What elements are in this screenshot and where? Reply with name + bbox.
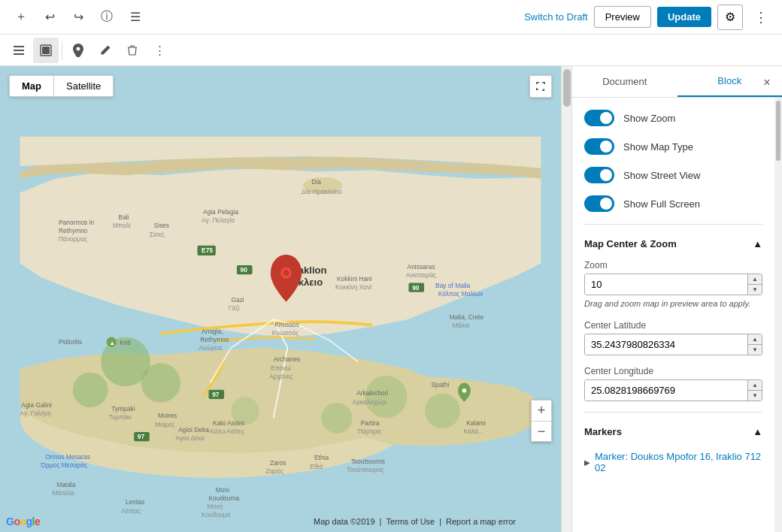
center-lat-input[interactable] — [585, 334, 747, 355]
main-area: Panormos in Rethymno Πάνορμος Bali Μπαλί… — [0, 66, 782, 532]
more-block-options-btn[interactable]: ⋮ — [147, 38, 172, 63]
svg-text:Ανισσαράς: Ανισσαράς — [406, 271, 436, 279]
svg-text:97: 97 — [138, 433, 145, 440]
toggle-show-street-view-label: Show Street View — [623, 170, 700, 181]
svg-text:Αρχάνες: Αρχάνες — [269, 373, 292, 380]
map-report-link[interactable]: Report a map error — [446, 517, 516, 526]
more-options-button[interactable]: ⋮ — [749, 5, 773, 29]
svg-text:Ζαρός: Ζαρός — [265, 467, 283, 475]
svg-text:Γάζι: Γάζι — [229, 304, 240, 312]
zoom-spinners: ▲ ▼ — [747, 274, 762, 295]
sidebar-scroll-thumb — [776, 101, 780, 161]
svg-text:Ethia: Ethia — [314, 454, 329, 461]
center-lng-increment-btn[interactable]: ▲ — [748, 380, 762, 391]
marker-btn[interactable] — [65, 38, 91, 63]
sidebar-content: Show Zoom Show Map Type Show Street View… — [572, 98, 774, 532]
marker-list-item[interactable]: ▶ Marker: Doukos Mpofor 16, Iraklio 712 … — [584, 448, 762, 476]
chevron-up-icon-markers: ▲ — [753, 426, 762, 437]
center-lat-field-group: Center Latitude ▲ ▼ — [584, 320, 762, 355]
svg-point-17 — [425, 393, 460, 428]
update-button[interactable]: Update — [657, 7, 711, 27]
vertical-scrollbar[interactable] — [561, 66, 571, 532]
svg-text:Αγ. Γαλήνη: Αγ. Γαλήνη — [20, 410, 51, 417]
svg-text:Malia, Crete: Malia, Crete — [450, 313, 484, 321]
section-divider-2 — [584, 412, 762, 413]
zoom-input-wrap: ▲ ▼ — [584, 274, 762, 295]
map-type-map-btn[interactable]: Map — [10, 76, 53, 96]
map-zoom-out-btn[interactable]: − — [531, 421, 552, 442]
add-block-button[interactable]: ＋ — [9, 5, 33, 29]
toggle-show-full-screen: Show Full Screen — [584, 195, 762, 212]
svg-text:Άγιοι Δέκα: Άγιοι Δέκα — [175, 434, 204, 442]
svg-text:Kokkini Hani: Kokkini Hani — [337, 275, 372, 283]
center-lat-increment-btn[interactable]: ▲ — [748, 334, 762, 345]
map-zoom-in-btn[interactable]: + — [531, 400, 552, 421]
sidebar-scrollbar[interactable] — [774, 98, 782, 532]
zoom-input[interactable] — [585, 274, 747, 295]
pencil-btn[interactable] — [92, 38, 118, 63]
map-terms-link[interactable]: Terms of Use — [386, 517, 435, 526]
tab-document[interactable]: Document — [572, 66, 677, 97]
list-view-icon-btn[interactable] — [6, 38, 32, 63]
map-container[interactable]: Panormos in Rethymno Πάνορμος Bali Μπαλί… — [0, 66, 561, 532]
zoom-decrement-btn[interactable]: ▼ — [748, 285, 762, 295]
svg-text:Agioi Deka: Agioi Deka — [178, 426, 209, 434]
svg-text:Moni: Moni — [216, 486, 229, 494]
top-bar: ＋ ↩ ↪ ⓘ ☰ Switch to Draft Preview Update… — [0, 0, 782, 35]
svg-text:Ormos Mesaras: Ormos Mesaras — [45, 453, 90, 461]
svg-text:Arkalochori: Arkalochori — [356, 389, 388, 397]
toggle-show-street-view-switch[interactable] — [584, 167, 614, 183]
zoom-increment-btn[interactable]: ▲ — [748, 274, 762, 285]
svg-text:Πάνορμος: Πάνορμος — [59, 235, 87, 243]
section-header-markers[interactable]: Markers ▲ — [584, 423, 762, 437]
svg-text:Τυμπάκι: Τυμπάκι — [108, 413, 132, 421]
map-svg: Panormos in Rethymno Πάνορμος Bali Μπαλί… — [0, 66, 561, 532]
map-type-satellite-btn[interactable]: Satellite — [53, 76, 113, 96]
svg-point-14 — [141, 363, 180, 402]
svg-text:Μάλια: Μάλια — [453, 322, 470, 329]
svg-text:Koudouma: Koudouma — [208, 494, 239, 502]
svg-text:Dia: Dia — [311, 178, 321, 186]
map-attribution-sep: | — [380, 517, 382, 526]
svg-text:▲: ▲ — [109, 340, 114, 346]
map-block-btn[interactable] — [33, 38, 59, 63]
marker-item-label: Marker: Doukos Mpofor 16, Iraklio 712 02 — [595, 451, 762, 473]
trash-btn[interactable] — [120, 38, 145, 63]
sidebar-close-btn[interactable]: × — [756, 72, 777, 93]
center-lng-decrement-btn[interactable]: ▼ — [748, 391, 762, 401]
center-lng-input-wrap: ▲ ▼ — [584, 379, 762, 401]
svg-text:Λέντας: Λέντας — [121, 507, 141, 515]
toggle-show-zoom-label: Show Zoom — [623, 113, 675, 124]
toggle-show-full-screen-label: Show Full Screen — [623, 198, 700, 210]
svg-point-100 — [283, 271, 289, 276]
svg-text:Μάταλα: Μάταλα — [53, 489, 74, 497]
top-bar-right: Switch to Draft Preview Update ⚙ ⋮ — [524, 5, 773, 30]
svg-text:Κοκκίνη Χανί: Κοκκίνη Χανί — [335, 283, 371, 291]
center-lat-decrement-btn[interactable]: ▼ — [748, 345, 762, 355]
section-header-map-center-zoom[interactable]: Map Center & Zoom ▲ — [584, 235, 762, 249]
svg-text:90: 90 — [241, 266, 248, 274]
svg-text:Μονή: Μονή — [208, 503, 223, 510]
list-view-button[interactable]: ☰ — [123, 5, 147, 29]
toggle-show-zoom-switch[interactable] — [584, 110, 614, 126]
svg-text:Psiloritis: Psiloritis — [59, 338, 82, 346]
undo-button[interactable]: ↩ — [38, 5, 62, 29]
zoom-label: Zoom — [584, 260, 762, 271]
center-lng-input[interactable] — [585, 380, 747, 401]
svg-text:Anissaras: Anissaras — [408, 263, 435, 271]
preview-button[interactable]: Preview — [594, 6, 651, 28]
center-lat-input-wrap: ▲ ▼ — [584, 334, 762, 355]
svg-text:Αγ. Πελαγία: Αγ. Πελαγία — [202, 216, 235, 224]
info-button[interactable]: ⓘ — [95, 5, 119, 29]
svg-text:Όρμος Μεσαράς: Όρμος Μεσαράς — [41, 461, 88, 469]
svg-rect-4 — [42, 47, 50, 54]
switch-to-draft-button[interactable]: Switch to Draft — [524, 11, 588, 23]
toggle-show-full-screen-switch[interactable] — [584, 195, 614, 212]
map-fullscreen-btn[interactable] — [529, 75, 552, 98]
settings-button[interactable]: ⚙ — [717, 5, 743, 30]
redo-button[interactable]: ↪ — [66, 5, 90, 29]
toggle-show-map-type-switch[interactable] — [584, 138, 614, 155]
toggle-show-map-type-label: Show Map Type — [623, 141, 693, 153]
svg-text:Matala: Matala — [56, 481, 76, 488]
svg-text:Agia Pelagia: Agia Pelagia — [203, 208, 239, 216]
